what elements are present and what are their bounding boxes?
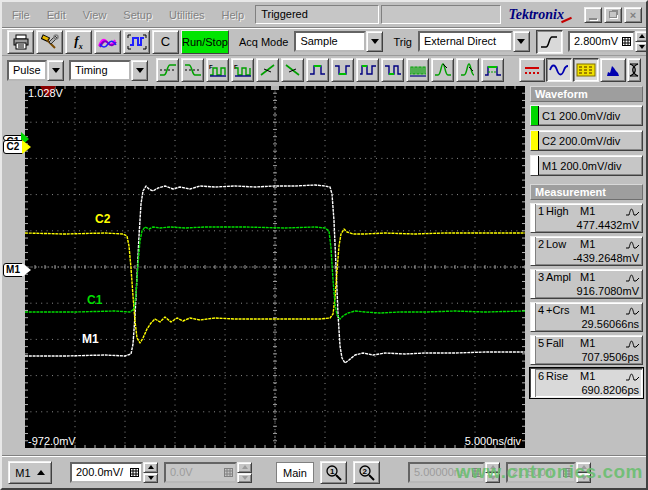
trigger-slope-button[interactable] bbox=[536, 30, 563, 54]
peak-button[interactable] bbox=[456, 58, 479, 82]
negative-width-button[interactable]: F bbox=[231, 58, 254, 82]
chevron-down-icon bbox=[517, 39, 525, 44]
measurement-row-pcrs[interactable]: 4 +Crs M1 29.56066ns bbox=[530, 302, 643, 332]
arrow-down-icon bbox=[639, 45, 645, 49]
keypad-icon bbox=[622, 37, 631, 46]
keypad-button[interactable] bbox=[128, 462, 143, 483]
vertical-scale-value[interactable]: 200.0mV/ bbox=[70, 462, 128, 483]
run-stop-button[interactable]: Run/Stop bbox=[181, 30, 229, 54]
measure-class-select[interactable]: Pulse bbox=[7, 60, 64, 81]
duty-cycle-button[interactable] bbox=[381, 58, 404, 82]
measurement-value: 477.4432mV bbox=[538, 219, 639, 231]
chevron-down-icon-button[interactable] bbox=[47, 60, 64, 81]
print-button[interactable] bbox=[7, 30, 34, 54]
period-button[interactable] bbox=[356, 58, 379, 82]
channel-marker-m1[interactable]: M1 bbox=[3, 263, 23, 277]
tektronix-logo: Tektronix bbox=[509, 7, 575, 23]
sine-wave-icon bbox=[549, 63, 569, 77]
clear-button[interactable]: C bbox=[152, 30, 179, 54]
measure-category-select[interactable]: Timing bbox=[69, 60, 148, 81]
zoom1-button[interactable]: 1 bbox=[320, 461, 347, 484]
waveform-view-button[interactable] bbox=[546, 58, 572, 82]
printer-icon bbox=[12, 34, 30, 50]
rising-slew-rate-button[interactable] bbox=[256, 58, 279, 82]
increment-button bbox=[237, 462, 252, 473]
frequency-burst-button[interactable] bbox=[406, 58, 429, 82]
measurement-name: Ampl bbox=[546, 271, 580, 283]
channel-scale-label: C2 200.0mV/div bbox=[539, 135, 620, 147]
measurement-row-low[interactable]: 2 Low M1 -439.2648mV bbox=[530, 236, 643, 266]
eye-diagram-button[interactable] bbox=[627, 58, 641, 82]
close-button[interactable]: × bbox=[624, 7, 642, 23]
vertical-position-control: 0.0V bbox=[164, 462, 252, 483]
menu-setup[interactable]: Setup bbox=[117, 7, 161, 23]
falling-slew-rate-button[interactable] bbox=[281, 58, 304, 82]
measurement-number: 2 bbox=[538, 238, 546, 250]
positive-overshoot-button[interactable] bbox=[431, 58, 454, 82]
fall-time-button[interactable] bbox=[181, 58, 204, 82]
oscilloscope-app-window: File Edit View Setup Utilities Help Trig… bbox=[0, 0, 648, 490]
zoom2-button[interactable]: 2 bbox=[353, 461, 380, 484]
low-level-button[interactable] bbox=[331, 58, 354, 82]
rise-time-button[interactable] bbox=[156, 58, 179, 82]
math-fx-button[interactable]: fx bbox=[65, 30, 92, 54]
intensity-display-button[interactable] bbox=[573, 58, 599, 82]
increment-button[interactable] bbox=[635, 31, 648, 42]
channel-button-m1[interactable]: M1 200.0mV/div bbox=[530, 155, 643, 176]
decrement-button[interactable] bbox=[143, 473, 158, 484]
acq-mode-dropdown-button[interactable] bbox=[366, 31, 383, 52]
touchscreen-tools-button[interactable] bbox=[36, 30, 63, 54]
chevron-down-icon-button[interactable] bbox=[513, 31, 530, 52]
measurement-row-ampl[interactable]: 3 Ampl M1 916.7080mV bbox=[530, 269, 643, 299]
cursors-button[interactable] bbox=[519, 58, 545, 82]
arrow-down-icon bbox=[148, 476, 154, 480]
trace-label-c2: C2 bbox=[95, 212, 110, 226]
trig-label: Trig bbox=[385, 36, 416, 48]
chevron-down-icon bbox=[136, 68, 144, 73]
measurement-row-rise[interactable]: 6 Rise M1 690.8206ps bbox=[530, 368, 643, 398]
m1-marker-arrow-icon bbox=[22, 263, 31, 277]
measurement-toolbar: Pulse Timing F F bbox=[2, 56, 646, 84]
restore-button[interactable] bbox=[604, 7, 622, 23]
source-select-button[interactable]: M1 bbox=[8, 461, 52, 484]
measurement-source: M1 bbox=[580, 238, 626, 250]
trigger-time-marker[interactable] bbox=[271, 86, 279, 90]
pulse-capture-button[interactable] bbox=[123, 30, 150, 54]
positive-width-button[interactable]: F bbox=[206, 58, 229, 82]
menu-view[interactable]: View bbox=[77, 7, 116, 23]
menu-edit[interactable]: Edit bbox=[41, 7, 75, 23]
negative-width-icon: F bbox=[234, 63, 252, 77]
increment-button[interactable] bbox=[143, 462, 158, 473]
display-mode-buttons bbox=[519, 58, 641, 82]
trigger-level-value[interactable]: 2.800mV bbox=[568, 31, 620, 52]
watermark: www.cntronics.com bbox=[456, 461, 643, 483]
measurement-name: Fall bbox=[546, 337, 580, 349]
decrement-button[interactable] bbox=[635, 42, 648, 53]
trig-source-select[interactable]: External Direct bbox=[418, 31, 530, 52]
rise-time-icon bbox=[159, 63, 177, 77]
histogram-button[interactable] bbox=[600, 58, 626, 82]
display-area: C1 C2 M1 1.028V -972.0mV 5.000ns/div C2 … bbox=[2, 84, 646, 456]
channel-button-c1[interactable]: C1 200.0mV/div bbox=[530, 105, 643, 126]
channel-marker-c2[interactable]: C2 bbox=[3, 140, 23, 154]
chevron-down-icon-button[interactable] bbox=[131, 60, 148, 81]
keypad-button[interactable] bbox=[620, 31, 635, 52]
c2-marker-arrow-icon bbox=[22, 140, 31, 154]
high-level-button[interactable] bbox=[306, 58, 329, 82]
measurement-number: 3 bbox=[538, 271, 546, 283]
channel-button-c2[interactable]: C2 200.0mV/div bbox=[530, 130, 643, 151]
waveform-display-button[interactable] bbox=[94, 30, 121, 54]
minimize-button[interactable] bbox=[584, 7, 602, 23]
pulse-icon bbox=[626, 272, 639, 282]
acq-mode-select[interactable]: Sample bbox=[294, 31, 383, 52]
menu-help[interactable]: Help bbox=[216, 7, 254, 23]
svg-text:2: 2 bbox=[362, 467, 367, 476]
vertical-scale-control: 200.0mV/ bbox=[70, 462, 158, 483]
source-value: M1 bbox=[15, 467, 30, 479]
fx-icon: fx bbox=[74, 33, 82, 51]
measurement-row-high[interactable]: 1 High M1 477.4432mV bbox=[530, 203, 643, 233]
measurement-row-fall[interactable]: 5 Fall M1 707.9506ps bbox=[530, 335, 643, 365]
menu-utilities[interactable]: Utilities bbox=[163, 7, 213, 23]
flattop-button[interactable] bbox=[481, 58, 504, 82]
menu-file[interactable]: File bbox=[6, 7, 39, 23]
